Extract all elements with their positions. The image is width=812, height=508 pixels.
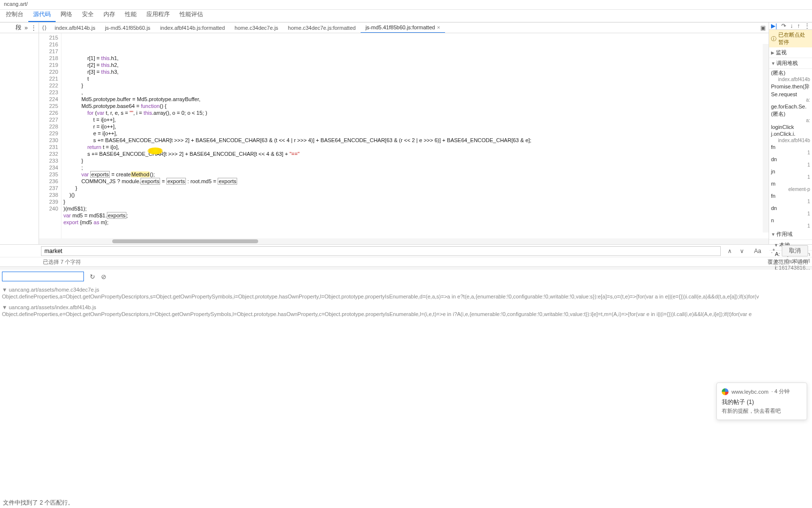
code-line[interactable]: } bbox=[63, 82, 767, 89]
callstack-frame[interactable]: Promise.then(异 bbox=[769, 83, 812, 91]
tab-security[interactable]: 安全 bbox=[77, 8, 99, 22]
line-number[interactable]: 216 bbox=[40, 41, 58, 48]
line-number[interactable]: 223 bbox=[40, 89, 58, 96]
file-tab-3[interactable]: home.c34dec7e.js bbox=[230, 22, 283, 33]
line-number[interactable]: 217 bbox=[40, 48, 58, 55]
code-line[interactable]: )(md5$1); bbox=[63, 205, 767, 212]
file-tab-5[interactable]: js-md5.41f85b60.js:formatted× bbox=[361, 22, 445, 33]
code-line[interactable]: return t = i[o], bbox=[63, 144, 767, 150]
line-number[interactable]: 218 bbox=[40, 55, 58, 62]
find-prev-icon[interactable]: ∧ bbox=[725, 247, 735, 255]
refresh-icon[interactable]: ↻ bbox=[90, 273, 95, 280]
line-number[interactable]: 239 bbox=[40, 198, 58, 205]
callstack-frame[interactable]: j.onClick.i. bbox=[769, 130, 812, 137]
match-case-toggle[interactable]: Aa bbox=[751, 247, 764, 255]
code-line[interactable]: )() bbox=[63, 191, 767, 198]
code-line[interactable]: s += BASE64_ENCODE_CHAR[t >>> 2] + BASE6… bbox=[63, 137, 767, 144]
step-out-icon[interactable]: ↑ bbox=[797, 22, 800, 29]
callstack-frame[interactable]: n1 bbox=[769, 217, 812, 229]
code-line[interactable]: t = i[o++], bbox=[63, 116, 767, 123]
line-number[interactable]: 228 bbox=[40, 123, 58, 130]
callstack-frame[interactable]: dn1 bbox=[769, 156, 812, 168]
line-number[interactable]: 225 bbox=[40, 103, 58, 109]
callstack-frame[interactable]: loginClick bbox=[769, 124, 812, 130]
code-line[interactable]: r[2] = this.h2, bbox=[63, 62, 767, 68]
code-line[interactable]: export {md5 as m}; bbox=[63, 219, 767, 226]
line-number[interactable]: 229 bbox=[40, 130, 58, 137]
line-number[interactable]: 237 bbox=[40, 185, 58, 191]
callstack-pane-header[interactable]: 调用堆栈 bbox=[769, 58, 812, 69]
find-next-icon[interactable]: ∨ bbox=[737, 247, 747, 255]
line-number[interactable]: 238 bbox=[40, 191, 58, 198]
line-number[interactable]: 236 bbox=[40, 178, 58, 185]
find-input[interactable] bbox=[41, 246, 721, 256]
file-tab-2[interactable]: index.afbf414b.js:formatted bbox=[155, 22, 230, 33]
tab-console[interactable]: 控制台 bbox=[1, 8, 28, 22]
scope-pane-header[interactable]: 作用域 bbox=[769, 229, 812, 240]
tab-sources[interactable]: 源代码 bbox=[28, 8, 56, 22]
code-line[interactable]: var md5 = md5$1.exports; bbox=[63, 212, 767, 219]
file-tab-0[interactable]: index.afbf414b.js bbox=[50, 22, 100, 33]
callstack-frame[interactable]: fn1 bbox=[769, 192, 812, 205]
tab-application[interactable]: 应用程序 bbox=[142, 8, 175, 22]
code-line[interactable]: r[3] = this.h3, bbox=[63, 68, 767, 75]
code-line[interactable]: for (var t, r, e, s = "", i = this.array… bbox=[63, 109, 767, 116]
code-line[interactable]: Md5.prototype.buffer = Md5.prototype.arr… bbox=[63, 96, 767, 103]
tab-performance[interactable]: 性能 bbox=[120, 8, 142, 22]
code-line[interactable]: } bbox=[63, 198, 767, 205]
chevron-right-icon[interactable]: » bbox=[24, 24, 28, 31]
line-number[interactable]: 232 bbox=[40, 150, 58, 157]
result-line[interactable]: Object.defineProperties,e=Object.getOwnP… bbox=[0, 311, 812, 321]
file-tab-1[interactable]: js-md5.41f85b60.js bbox=[100, 22, 155, 33]
debug-more-icon[interactable]: ⋮ bbox=[804, 22, 810, 29]
code-line[interactable]: r[1] = this.h1, bbox=[63, 55, 767, 62]
code-line[interactable]: var exports = createMethod(); bbox=[63, 171, 767, 178]
line-number[interactable]: 230 bbox=[40, 137, 58, 144]
search-filter-input[interactable] bbox=[2, 272, 84, 281]
callstack-frame[interactable]: fn1 bbox=[769, 144, 812, 156]
result-line[interactable]: Object.defineProperties,a=Object.getOwnP… bbox=[0, 294, 812, 303]
code-line[interactable]: } bbox=[63, 185, 767, 191]
tab-network[interactable]: 网络 bbox=[56, 8, 77, 22]
close-icon[interactable]: × bbox=[437, 22, 440, 33]
line-number[interactable]: 222 bbox=[40, 82, 58, 89]
line-number[interactable]: 220 bbox=[40, 68, 58, 75]
result-file-link[interactable]: ▼ uancang.art/assets/index.afbf414b.js bbox=[0, 303, 812, 311]
code-line[interactable]: s += BASE64_ENCODE_CHAR[t >>> 2] + BASE6… bbox=[63, 150, 767, 157]
code-line[interactable]: Md5.prototype.base64 = function() { bbox=[63, 103, 767, 109]
scroll-thumb[interactable] bbox=[112, 239, 258, 243]
line-number[interactable]: 221 bbox=[40, 75, 58, 82]
file-tab-4[interactable]: home.c34dec7e.js:formatted bbox=[283, 22, 361, 33]
line-number[interactable]: 215 bbox=[40, 34, 58, 41]
code-line[interactable] bbox=[63, 226, 767, 233]
notification-popup[interactable]: www.leybc.com · 4 分钟 我的帖子 (1) 有新的提醒，快去看看… bbox=[716, 382, 807, 420]
line-number[interactable]: 227 bbox=[40, 116, 58, 123]
callstack-frame[interactable]: dn1 bbox=[769, 205, 812, 217]
line-number[interactable]: 219 bbox=[40, 62, 58, 68]
code-line[interactable]: COMMON_JS ? module.exports = exports : r… bbox=[63, 178, 767, 185]
callstack-frame[interactable]: jn1 bbox=[769, 168, 812, 180]
code-line[interactable]: } bbox=[63, 157, 767, 164]
step-into-icon[interactable]: ↓ bbox=[790, 22, 793, 29]
step-over-icon[interactable]: ↷ bbox=[781, 22, 786, 29]
callstack-frame[interactable]: ge.forEach.Se. bbox=[769, 103, 812, 110]
line-number[interactable]: 240 bbox=[40, 205, 58, 212]
resume-icon[interactable]: ▶| bbox=[771, 22, 777, 29]
toggle-sidebar-icon[interactable]: ▣ bbox=[757, 24, 769, 31]
callstack-frame[interactable]: (匿名)index.afbf414b bbox=[769, 69, 812, 83]
find-cancel-button[interactable]: 取消 bbox=[782, 245, 808, 256]
line-number[interactable]: 231 bbox=[40, 144, 58, 150]
regex-toggle[interactable]: .* bbox=[768, 247, 778, 255]
code-line[interactable]: e = i[o++], bbox=[63, 130, 767, 137]
clear-icon[interactable]: ⊘ bbox=[101, 273, 106, 280]
horizontal-scrollbar[interactable] bbox=[39, 238, 769, 244]
more-icon[interactable]: ⋮ bbox=[31, 24, 37, 31]
tab-lighthouse[interactable]: 性能评估 bbox=[175, 8, 208, 22]
line-number[interactable]: 234 bbox=[40, 164, 58, 171]
code-editor[interactable]: 2152162172182192202212222232242252262272… bbox=[39, 33, 769, 238]
callstack-frame[interactable]: melement-p bbox=[769, 180, 812, 192]
callstack-frame[interactable]: (匿名)a: bbox=[769, 110, 812, 124]
code-line[interactable]: , bbox=[63, 89, 767, 96]
code-content[interactable]: r[1] = this.h1, r[2] = this.h2, r[3] = t… bbox=[61, 33, 769, 238]
callstack-frame[interactable]: index.afbf414b bbox=[769, 137, 812, 144]
